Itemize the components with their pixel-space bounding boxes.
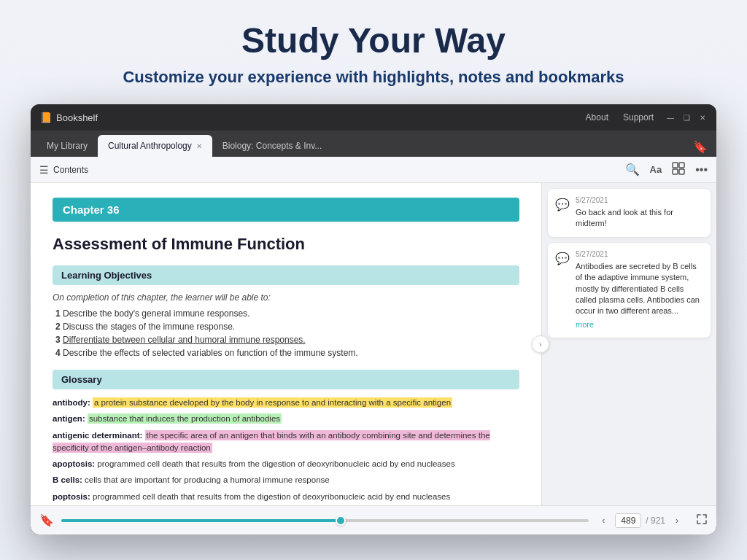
bookmark-button[interactable]: 🔖 xyxy=(39,513,54,527)
progress-fill xyxy=(61,519,341,522)
note-more-link[interactable]: more xyxy=(576,320,594,329)
font-size-icon[interactable]: Aa xyxy=(650,164,662,175)
close-button[interactable]: ✕ xyxy=(697,112,708,122)
contents-button[interactable]: ☰ Contents xyxy=(39,164,88,176)
bookmark-tab-icon[interactable]: 🔖 xyxy=(693,140,708,154)
page-total: / 921 xyxy=(646,516,665,526)
toolbar-actions: 🔍 Aa ••• xyxy=(625,162,708,178)
note-date-2: 5/27/2021 xyxy=(576,250,703,258)
tab-my-library[interactable]: My Library xyxy=(36,135,98,157)
bottom-bar: 🔖 ‹ / 921 › xyxy=(31,505,716,534)
objective-2: 2 Discuss the stages of the immune respo… xyxy=(53,322,519,332)
glossary-antibody: antibody: a protein substance developed … xyxy=(53,397,519,409)
page-number-input[interactable] xyxy=(615,513,641,528)
hero-subtitle: Customize your experience with highlight… xyxy=(123,68,624,87)
progress-thumb[interactable] xyxy=(336,516,346,526)
glossary-antigenic-determinant: antigenic determinant: the specific area… xyxy=(53,429,519,455)
panel-toggle-button[interactable]: › xyxy=(532,335,549,353)
glossary-b-cells: B cells: cells that are important for pr… xyxy=(53,474,519,486)
title-bar: 📙 Bookshelf About Support — ❑ ✕ xyxy=(31,104,716,131)
tab-close-icon[interactable]: ✕ xyxy=(196,142,202,150)
tab-cultural-anthropology-label: Cultural Anthropology xyxy=(108,141,192,151)
fullscreen-button[interactable] xyxy=(696,513,708,527)
page-nav: ‹ / 921 › xyxy=(596,513,684,528)
glossary-header: Glossary xyxy=(53,370,519,389)
tab-bar: My Library Cultural Anthropology ✕ Biolo… xyxy=(31,131,716,157)
progress-bar[interactable] xyxy=(61,519,589,522)
chapter-header: Chapter 36 xyxy=(53,198,519,222)
app-window: 📙 Bookshelf About Support — ❑ ✕ My Libra… xyxy=(31,104,716,534)
glossary-antigen: antigen: substance that induces the prod… xyxy=(53,413,519,425)
glossary-apoptosis: apoptosis: programmed cell death that re… xyxy=(53,458,519,470)
glossary-poptosis: poptosis: programmed cell death that res… xyxy=(53,491,519,503)
note-card-2: 💬 5/27/2021 Antibodies are secreted by B… xyxy=(548,243,711,338)
objective-1: 1 Describe the body's general immune res… xyxy=(53,308,519,319)
book-content: Chapter 36 Assessment of Immune Function… xyxy=(31,183,541,505)
app-icon: 📙 xyxy=(39,112,52,123)
app-name: Bookshelf xyxy=(56,112,586,123)
note-icon-2: 💬 xyxy=(555,252,570,330)
restore-button[interactable]: ❑ xyxy=(681,112,692,122)
minimize-button[interactable]: — xyxy=(665,112,676,122)
svg-rect-3 xyxy=(679,169,684,174)
objective-4: 4 Describe the effects of selected varia… xyxy=(53,348,519,358)
svg-rect-1 xyxy=(679,163,684,168)
tab-biology[interactable]: Biology: Concepts & Inv... xyxy=(212,135,333,157)
next-page-button[interactable]: › xyxy=(670,513,684,528)
chapter-title: Assessment of Immune Function xyxy=(53,235,519,254)
objective-3: 3 Differentiate between cellular and hum… xyxy=(53,335,519,345)
note-text-1: Go back and look at this for midterm! xyxy=(576,207,703,230)
about-link[interactable]: About xyxy=(586,112,608,122)
hero-title: Study Your Way xyxy=(241,20,506,61)
note-icon-1: 💬 xyxy=(555,198,570,230)
search-icon[interactable]: 🔍 xyxy=(625,163,640,176)
tab-cultural-anthropology[interactable]: Cultural Anthropology ✕ xyxy=(98,135,212,157)
note-content-2: 5/27/2021 Antibodies are secreted by B c… xyxy=(576,250,703,330)
page-wrapper: Study Your Way Customize your experience… xyxy=(0,0,747,560)
note-text-2: Antibodies are secreted by B cells of th… xyxy=(576,261,703,317)
title-bar-controls: — ❑ ✕ xyxy=(665,112,708,122)
contents-label: Contents xyxy=(53,165,88,175)
note-card-1: 💬 5/27/2021 Go back and look at this for… xyxy=(548,189,711,237)
note-content-1: 5/27/2021 Go back and look at this for m… xyxy=(576,196,703,230)
layout-icon[interactable] xyxy=(672,162,685,178)
more-icon[interactable]: ••• xyxy=(695,163,708,176)
tab-biology-label: Biology: Concepts & Inv... xyxy=(222,141,322,151)
contents-icon: ☰ xyxy=(39,164,49,176)
note-date-1: 5/27/2021 xyxy=(576,196,703,204)
svg-rect-0 xyxy=(673,163,678,168)
prev-page-button[interactable]: ‹ xyxy=(596,513,611,528)
main-area: Chapter 36 Assessment of Immune Function… xyxy=(31,183,716,505)
toolbar: ☰ Contents 🔍 Aa ••• xyxy=(31,157,716,183)
tab-my-library-label: My Library xyxy=(47,141,88,151)
support-link[interactable]: Support xyxy=(623,112,654,122)
learning-objectives-header: Learning Objectives xyxy=(53,265,519,285)
svg-rect-2 xyxy=(673,169,678,174)
right-panel: › 💬 5/27/2021 Go back and look at this f… xyxy=(541,183,716,505)
title-bar-actions: About Support xyxy=(586,112,654,122)
objectives-intro: On completion of this chapter, the learn… xyxy=(53,292,519,303)
